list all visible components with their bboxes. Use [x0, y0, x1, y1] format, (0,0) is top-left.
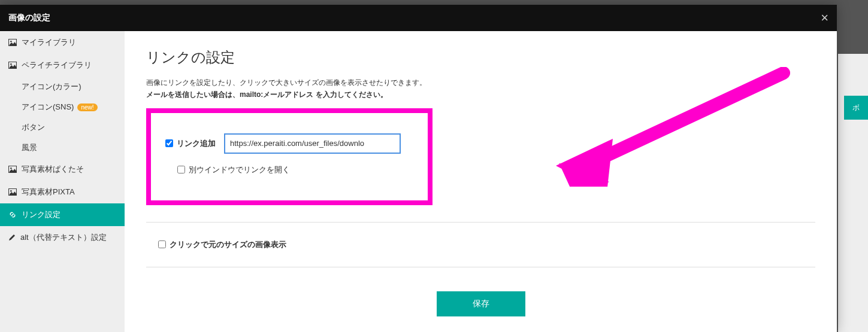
desc-line2c: を入力してください。 — [313, 90, 387, 99]
link-icon — [8, 211, 17, 219]
divider — [146, 222, 815, 223]
modal-title: 画像の設定 — [8, 13, 50, 23]
sidebar-item-label: 写真素材PIXTA — [22, 187, 75, 197]
modal-header: 画像の設定 × — [0, 5, 837, 31]
sidebar-item-peraichi-library[interactable]: ペライチライブラリ — [0, 54, 125, 77]
new-window-checkbox[interactable] — [177, 166, 185, 173]
original-size-label: クリックで元のサイズの画像表示 — [170, 239, 286, 250]
desc-line2a: メールを送信したい場合は、 — [146, 90, 240, 99]
original-size-row: クリックで元のサイズの画像表示 — [158, 239, 815, 250]
image-icon — [8, 188, 17, 196]
sidebar-sub-icon-color[interactable]: アイコン(カラー) — [0, 77, 125, 97]
link-add-label: リンク追加 — [177, 138, 216, 149]
sidebar-item-label: アイコン(カラー) — [22, 81, 81, 92]
sidebar-item-label: 写真素材ぱくたそ — [22, 164, 84, 175]
image-icon — [8, 39, 17, 46]
save-button[interactable]: 保存 — [437, 291, 525, 316]
sidebar-item-pixta[interactable]: 写真素材PIXTA — [0, 181, 125, 203]
new-badge: new! — [77, 103, 97, 111]
sidebar-item-link-settings[interactable]: リンク設定 — [0, 203, 125, 226]
pencil-icon — [8, 234, 16, 241]
new-window-checkbox-wrap[interactable]: 別ウインドウでリンクを開く — [177, 165, 290, 175]
sidebar-item-label: ペライチライブラリ — [22, 60, 92, 71]
sidebar-item-alt-settings[interactable]: alt（代替テキスト）設定 — [0, 226, 125, 249]
url-input[interactable] — [224, 133, 401, 154]
svg-point-5 — [10, 167, 12, 169]
main-content: リンクの設定 画像にリンクを設定したり、クリックで大きいサイズの画像を表示させた… — [125, 31, 837, 332]
new-window-label: 別ウインドウでリンクを開く — [189, 165, 290, 175]
original-size-checkbox[interactable] — [158, 240, 166, 248]
svg-point-7 — [10, 190, 12, 192]
sidebar-item-pakutaso[interactable]: 写真素材ぱくたそ — [0, 158, 125, 181]
image-icon — [8, 62, 17, 69]
divider — [146, 267, 815, 267]
sidebar-item-label: alt（代替テキスト）設定 — [20, 232, 107, 243]
page-title: リンクの設定 — [146, 48, 815, 67]
desc-line2b: mailto:メールアドレス — [240, 90, 313, 99]
close-icon[interactable]: × — [821, 11, 828, 25]
desc-line1: 画像にリンクを設定したり、クリックで大きいサイズの画像を表示させたりできます。 — [146, 78, 427, 87]
sidebar-item-my-library[interactable]: マイライブラリ — [0, 31, 125, 54]
image-settings-modal: 画像の設定 × マイライブラリ ペライチライブラリ アイコン(カラー) アイコン… — [0, 5, 837, 332]
link-add-checkbox[interactable] — [165, 139, 173, 147]
bg-button[interactable]: ボ — [844, 96, 868, 120]
sidebar-item-label: マイライブラリ — [22, 37, 76, 48]
modal-body: マイライブラリ ペライチライブラリ アイコン(カラー) アイコン(SNS) ne… — [0, 31, 837, 332]
svg-point-1 — [10, 41, 12, 42]
link-add-row: リンク追加 — [165, 133, 413, 154]
sidebar-item-label: アイコン(SNS) — [22, 102, 74, 112]
image-icon — [8, 166, 17, 173]
svg-marker-8 — [556, 139, 613, 187]
sidebar-sub-scenery[interactable]: 風景 — [0, 138, 125, 158]
original-size-checkbox-wrap[interactable]: クリックで元のサイズの画像表示 — [158, 239, 286, 250]
sidebar: マイライブラリ ペライチライブラリ アイコン(カラー) アイコン(SNS) ne… — [0, 31, 125, 332]
sidebar-sub-button[interactable]: ボタン — [0, 117, 125, 138]
sidebar-item-label: ボタン — [22, 122, 45, 133]
sidebar-sub-icon-sns[interactable]: アイコン(SNS) new! — [0, 97, 125, 117]
sidebar-item-label: 風景 — [22, 142, 37, 153]
description: 画像にリンクを設定したり、クリックで大きいサイズの画像を表示させたりできます。 … — [146, 77, 815, 101]
new-window-row: 別ウインドウでリンクを開く — [177, 165, 413, 175]
link-add-checkbox-wrap[interactable]: リンク追加 — [165, 138, 216, 149]
sidebar-item-label: リンク設定 — [22, 209, 61, 220]
highlight-box: リンク追加 別ウインドウでリンクを開く — [146, 108, 433, 205]
svg-point-3 — [10, 63, 12, 65]
